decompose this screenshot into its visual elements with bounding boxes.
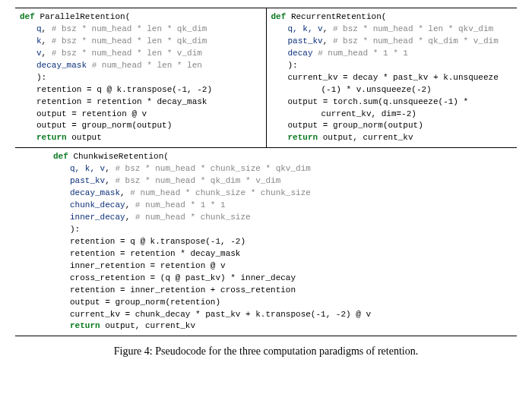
parallel-retention-block: def ParallelRetention( q, # bsz * num_he… (15, 8, 267, 147)
code-line: inner_retention = retention @ v (53, 260, 512, 273)
code-line: output = group_norm(output) (271, 120, 513, 132)
figure-caption: Figure 4: Pseudocode for the three compu… (15, 344, 517, 359)
def-keyword: def (53, 152, 68, 161)
param-comment: # num_head * 1 * 1 (135, 200, 226, 210)
code-line: retention = retention * decay_mask (20, 96, 261, 109)
param-comment: # bsz * num_head * len * qk_dim (52, 36, 207, 46)
return-keyword: return (70, 321, 100, 330)
chunkwise-retention-block: def ChunkwiseRetention( q, k, v, # bsz *… (15, 148, 517, 336)
code-line: output = torch.sum(q.unsqueeze(-1) * (271, 96, 513, 109)
func-name: RecurrentRetention (291, 12, 382, 21)
code-line: current_kv = decay * past_kv + k.unsquee… (271, 72, 513, 84)
param: decay_mask (36, 61, 87, 70)
code-line: output = group_norm(output) (20, 120, 261, 132)
param: decay (288, 49, 313, 58)
return-keyword: return (36, 133, 67, 142)
code-line: retention = retention * decay_mask (53, 248, 512, 260)
param-comment: # bsz * num_head * len * qkv_dim (333, 24, 493, 33)
param: q (36, 24, 42, 33)
param-comment: # bsz * num_head * qk_dim * v_dim (333, 36, 499, 46)
code-line: retention = inner_retention + cross_rete… (53, 285, 512, 297)
param: past_kv (70, 176, 105, 185)
recurrent-retention-block: def RecurrentRetention( q, k, v, # bsz *… (267, 8, 518, 147)
param: past_kv (288, 36, 323, 46)
func-name: ChunkwiseRetention (73, 152, 163, 161)
param-comment: # num_head * len * len (92, 61, 202, 70)
param: inner_decay (70, 213, 125, 222)
param-comment: # num_head * 1 * 1 (318, 49, 408, 58)
param: v (36, 49, 42, 58)
param-comment: # bsz * num_head * qk_dim * v_dim (115, 176, 280, 185)
code-line: current_kv = chunk_decay * past_kv + k.t… (53, 309, 512, 321)
param: decay_mask (70, 188, 120, 197)
code-line: output = group_norm(retention) (53, 297, 512, 309)
code-line: retention = q @ k.transpose(-1, -2) (53, 236, 512, 248)
code-line: output = retention @ v (20, 109, 261, 121)
code-line: cross_retention = (q @ past_kv) * inner_… (53, 273, 512, 285)
param: k (36, 36, 42, 46)
param-comment: # bsz * num_head * len * qk_dim (52, 24, 207, 33)
return-keyword: return (288, 133, 318, 142)
code-line: retention = q @ k.transpose(-1, -2) (20, 84, 261, 96)
param-comment: # num_head * chunk_size (135, 213, 251, 222)
param: q, k, v (288, 24, 323, 33)
def-keyword: def (20, 12, 35, 21)
func-name: ParallelRetention (40, 12, 125, 21)
param: chunk_decay (70, 200, 125, 210)
code-line-cont: current_kv, dim=-2) (271, 109, 513, 121)
param: q, k, v (70, 164, 105, 173)
top-code-row: def ParallelRetention( q, # bsz * num_he… (15, 8, 517, 148)
code-line-cont: (-1) * v.unsqueeze(-2) (271, 84, 513, 96)
param-comment: # num_head * chunk_size * chunk_size (130, 188, 311, 197)
param-comment: # bsz * num_head * chunk_size * qkv_dim (115, 164, 310, 173)
def-keyword: def (271, 12, 287, 21)
param-comment: # bsz * num_head * len * v_dim (52, 49, 202, 58)
